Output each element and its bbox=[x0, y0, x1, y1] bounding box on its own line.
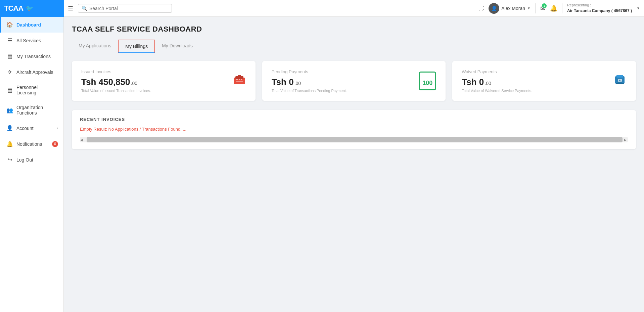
svg-rect-8 bbox=[616, 75, 623, 78]
divider bbox=[535, 3, 536, 13]
sidebar-item-account[interactable]: 👤 Account ‹ bbox=[0, 120, 63, 136]
divider2 bbox=[562, 3, 562, 13]
sidebar-item-my-transactions[interactable]: ▤ My Transactions bbox=[0, 48, 63, 64]
sidebar-item-label: Account bbox=[16, 126, 54, 131]
waived-payments-card: Waived Payments Tsh 0.00 Total Value of … bbox=[452, 61, 636, 101]
search-icon: 🔍 bbox=[82, 6, 87, 11]
card-label: Waived Payments bbox=[462, 69, 532, 74]
username: Alex Moran bbox=[501, 6, 525, 11]
sidebar-item-label: Dashboard bbox=[16, 22, 58, 28]
msg-badge: 1 bbox=[542, 3, 547, 8]
user-dropdown-arrow: ▼ bbox=[527, 6, 531, 10]
pending-payments-card: Pending Payments Tsh 0.00 Total Value of… bbox=[262, 61, 446, 101]
account-icon: 👤 bbox=[6, 125, 13, 131]
sidebar-item-label: My Transactions bbox=[16, 54, 58, 59]
plane-icon: ✈ bbox=[6, 69, 13, 75]
tab-my-applications[interactable]: My Applications bbox=[72, 40, 118, 53]
svg-rect-3 bbox=[239, 79, 240, 80]
sidebar-item-notifications[interactable]: 🔔 Notifications 0 bbox=[0, 136, 63, 152]
user-info[interactable]: 👤 Alex Moran ▼ bbox=[489, 3, 531, 14]
messages-icon[interactable]: ✉ 1 bbox=[540, 5, 545, 12]
top-header: TCAA 🐦 ☰ 🔍 ⛶ 👤 Alex Moran ▼ ✉ 1 🔔 Repres… bbox=[0, 0, 644, 17]
card-description: Total Value of Waivered Service Payments… bbox=[462, 89, 532, 93]
sidebar-item-organization-functions[interactable]: 👥 Organization Functions bbox=[0, 100, 63, 120]
account-arrow: ‹ bbox=[57, 126, 58, 130]
svg-rect-10 bbox=[617, 82, 622, 84]
logo-bird-icon: 🐦 bbox=[26, 5, 33, 12]
card-amount: Tsh 0.00 bbox=[462, 77, 532, 87]
scrollbar-thumb[interactable] bbox=[87, 137, 623, 142]
scroll-left-arrow[interactable]: ◀ bbox=[80, 137, 83, 142]
page-title: TCAA SELF SERVICE DASHBOARD bbox=[72, 25, 636, 34]
search-input[interactable] bbox=[89, 6, 168, 11]
tabs: My Applications My Billings My Downloads bbox=[72, 40, 636, 53]
card-content: Issued Invoices Tsh 450,850.00 Total Val… bbox=[81, 69, 151, 93]
svg-rect-2 bbox=[236, 79, 238, 80]
logo-text: TCAA bbox=[4, 4, 23, 13]
tab-my-billings[interactable]: My Billings bbox=[118, 40, 155, 53]
grid-icon: ☰ bbox=[6, 37, 13, 44]
cash-register-icon bbox=[233, 74, 246, 89]
card-content: Pending Payments Tsh 0.00 Total Value of… bbox=[272, 69, 347, 93]
sidebar-item-all-services[interactable]: ☰ All Services bbox=[0, 33, 63, 48]
home-icon: 🏠 bbox=[6, 21, 13, 28]
sidebar-item-dashboard[interactable]: 🏠 Dashboard bbox=[0, 17, 63, 33]
section-title: RECENT INVOICES bbox=[80, 117, 628, 122]
tab-my-downloads[interactable]: My Downloads bbox=[155, 40, 199, 53]
hundred-icon: 100 bbox=[419, 72, 436, 90]
recent-invoices-section: RECENT INVOICES Empty Result: No Applica… bbox=[72, 110, 636, 149]
card-label: Issued Invoices bbox=[81, 69, 151, 74]
hamburger-icon: ☰ bbox=[68, 5, 73, 12]
waived-icon bbox=[613, 73, 627, 89]
sidebar-item-label: Aircraft Approvals bbox=[16, 70, 58, 75]
issued-invoices-card: Issued Invoices Tsh 450,850.00 Total Val… bbox=[72, 61, 256, 101]
sidebar-item-label: Personnel Licensing bbox=[16, 85, 58, 95]
license-icon: ▤ bbox=[6, 87, 13, 93]
header-right: ⛶ 👤 Alex Moran ▼ ✉ 1 🔔 Representing : Ai… bbox=[478, 3, 640, 13]
transactions-icon: ▤ bbox=[6, 53, 13, 59]
avatar: 👤 bbox=[489, 3, 499, 14]
card-description: Total Value of Transactions Pending Paym… bbox=[272, 89, 347, 93]
sidebar-item-label: Organization Functions bbox=[16, 105, 58, 116]
representing-info: Representing : Air Tanzania Company ( 45… bbox=[567, 3, 632, 13]
empty-result-message: Empty Result: No Applications / Transact… bbox=[80, 127, 628, 132]
scrollbar-area[interactable]: ◀ ▶ bbox=[80, 137, 628, 142]
svg-rect-4 bbox=[241, 79, 242, 80]
sidebar-item-personnel-licensing[interactable]: ▤ Personnel Licensing bbox=[0, 80, 63, 100]
representing-dropdown[interactable]: ▼ bbox=[637, 6, 640, 10]
fullscreen-button[interactable]: ⛶ bbox=[478, 5, 484, 11]
notification-badge: 0 bbox=[52, 141, 58, 147]
svg-rect-5 bbox=[236, 81, 243, 82]
scroll-right-arrow[interactable]: ▶ bbox=[623, 137, 628, 142]
sidebar-item-aircraft-approvals[interactable]: ✈ Aircraft Approvals bbox=[0, 64, 63, 80]
search-box: 🔍 bbox=[78, 4, 172, 13]
sidebar-item-label: All Services bbox=[16, 38, 58, 43]
svg-rect-6 bbox=[238, 75, 241, 77]
sidebar-item-label: Notifications bbox=[16, 141, 49, 147]
bell-icon[interactable]: 🔔 bbox=[550, 5, 557, 12]
logout-icon: ↪ bbox=[6, 157, 13, 163]
bell-sidebar-icon: 🔔 bbox=[6, 141, 13, 147]
sidebar-item-logout[interactable]: ↪ Log Out bbox=[0, 152, 63, 168]
sidebar-item-label: Log Out bbox=[16, 157, 58, 163]
card-amount: Tsh 450,850.00 bbox=[81, 77, 151, 87]
card-description: Total Value of Issued Transaction Invoic… bbox=[81, 89, 151, 93]
org-icon: 👥 bbox=[6, 107, 13, 114]
sidebar: 🏠 Dashboard ☰ All Services ▤ My Transact… bbox=[0, 17, 64, 312]
cards-row: Issued Invoices Tsh 450,850.00 Total Val… bbox=[72, 61, 636, 101]
hamburger-button[interactable]: ☰ bbox=[66, 3, 75, 13]
card-amount: Tsh 0.00 bbox=[272, 77, 347, 87]
card-label: Pending Payments bbox=[272, 69, 347, 74]
main-content: TCAA SELF SERVICE DASHBOARD My Applicati… bbox=[64, 17, 644, 312]
card-content: Waived Payments Tsh 0.00 Total Value of … bbox=[462, 69, 532, 93]
